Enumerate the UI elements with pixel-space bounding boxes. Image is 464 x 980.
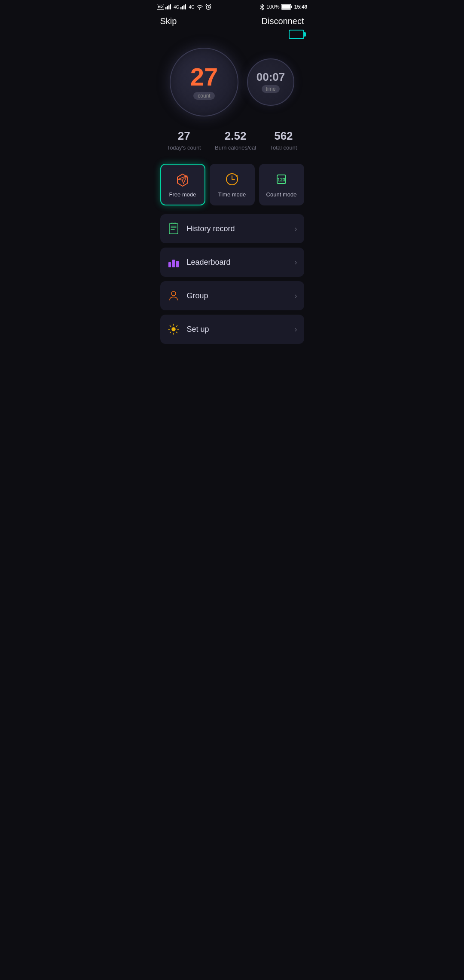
wifi-icon — [196, 4, 204, 10]
svg-rect-0 — [165, 7, 167, 9]
svg-rect-21 — [169, 224, 178, 234]
timer-circle[interactable]: 00:07 time — [247, 58, 294, 106]
time-mode-icon — [224, 172, 240, 187]
count-value: 27 — [190, 64, 218, 89]
signal-icon-1 — [165, 4, 172, 9]
header: Skip Disconnect — [152, 12, 313, 30]
bluetooth-icon — [259, 3, 265, 10]
group-label: Group — [187, 291, 288, 300]
device-indicator — [152, 30, 313, 43]
modes-container: Free mode Time mode 123 Count mode — [152, 159, 313, 214]
timer-label: time — [262, 85, 280, 93]
today-count-label: Today's count — [167, 144, 201, 151]
group-item[interactable]: Group › — [160, 281, 304, 310]
status-bar: HD 4G 4G — [152, 0, 313, 12]
svg-rect-5 — [182, 6, 183, 9]
clock-time: 15:49 — [294, 4, 308, 10]
count-mode-icon: 123 — [274, 172, 289, 187]
svg-rect-7 — [185, 4, 186, 9]
setup-label: Set up — [187, 325, 288, 334]
svg-rect-26 — [172, 260, 175, 267]
total-count-value: 562 — [274, 129, 293, 143]
free-mode-button[interactable]: Free mode — [160, 164, 205, 205]
battery-percentage: 100% — [266, 4, 280, 10]
time-mode-label: Time mode — [218, 191, 246, 198]
stats-row: 27 Today's count 2.52 Burn calories/cal … — [152, 125, 313, 159]
calories-stat: 2.52 Burn calories/cal — [215, 129, 256, 151]
timer-value: 00:07 — [256, 71, 285, 83]
calories-value: 2.52 — [225, 129, 247, 143]
history-arrow-icon: › — [295, 224, 297, 233]
count-label: count — [193, 92, 214, 100]
skip-button[interactable]: Skip — [160, 16, 177, 26]
svg-text:123: 123 — [278, 177, 285, 182]
svg-rect-6 — [183, 5, 185, 9]
free-mode-label: Free mode — [169, 191, 196, 198]
setup-icon — [167, 323, 180, 335]
signal-icon-2 — [180, 4, 187, 9]
svg-rect-13 — [282, 5, 290, 9]
setup-arrow-icon: › — [295, 325, 297, 334]
leaderboard-arrow-icon: › — [295, 258, 297, 267]
group-arrow-icon: › — [295, 291, 297, 300]
battery-icon — [281, 4, 293, 10]
status-left: HD 4G 4G — [157, 3, 212, 10]
today-count-stat: 27 Today's count — [167, 129, 201, 151]
disconnect-button[interactable]: Disconnect — [262, 16, 304, 26]
history-record-item[interactable]: History record › — [160, 214, 304, 243]
svg-rect-12 — [291, 6, 292, 8]
count-mode-label: Count mode — [266, 191, 297, 198]
svg-point-30 — [172, 328, 175, 331]
history-label: History record — [187, 224, 288, 233]
leaderboard-item[interactable]: Leaderboard › — [160, 248, 304, 277]
history-icon — [167, 223, 180, 235]
total-count-label: Total count — [270, 144, 297, 151]
svg-rect-27 — [176, 261, 179, 267]
group-icon — [167, 290, 180, 302]
hd-badge: HD — [157, 4, 165, 9]
network-label: 4G — [174, 5, 179, 9]
circles-container: 27 count 00:07 time — [152, 43, 313, 125]
svg-rect-4 — [180, 7, 182, 9]
leaderboard-label: Leaderboard — [187, 258, 288, 267]
status-right: 100% 15:49 — [259, 3, 307, 10]
network-label-2: 4G — [189, 5, 194, 9]
svg-rect-2 — [168, 5, 170, 9]
count-circle[interactable]: 27 count — [170, 48, 238, 116]
free-mode-icon — [175, 172, 190, 187]
setup-item[interactable]: Set up › — [160, 315, 304, 344]
leaderboard-icon — [167, 256, 180, 268]
time-mode-button[interactable]: Time mode — [210, 164, 255, 205]
device-rect-icon — [289, 30, 304, 39]
svg-rect-1 — [167, 6, 168, 9]
svg-point-28 — [171, 291, 176, 296]
count-mode-button[interactable]: 123 Count mode — [259, 164, 304, 205]
alarm-icon — [205, 3, 212, 10]
svg-rect-25 — [168, 262, 171, 267]
calories-label: Burn calories/cal — [215, 144, 256, 151]
menu-list: History record › Leaderboard › Group › — [152, 214, 313, 344]
total-count-stat: 562 Total count — [270, 129, 297, 151]
today-count-value: 27 — [178, 129, 190, 143]
svg-rect-3 — [170, 4, 171, 9]
